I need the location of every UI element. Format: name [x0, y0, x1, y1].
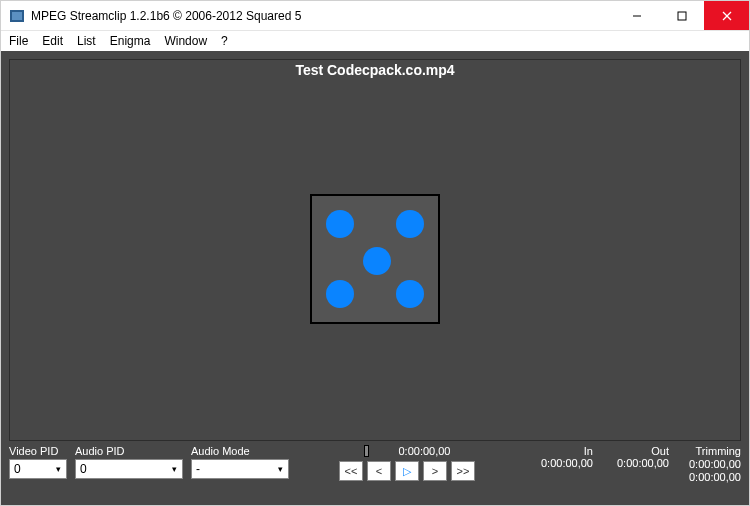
video-frame-thumbnail	[310, 194, 440, 324]
menu-help[interactable]: ?	[221, 34, 228, 48]
trimming-group: Trimming 0:00:00,00 0:00:00,00	[679, 445, 741, 484]
menu-edit[interactable]: Edit	[42, 34, 63, 48]
maximize-button[interactable]	[659, 1, 704, 30]
menu-window[interactable]: Window	[164, 34, 207, 48]
video-title: Test Codecpack.co.mp4	[295, 62, 454, 78]
dice-dot-icon	[396, 210, 424, 238]
menu-enigma[interactable]: Enigma	[110, 34, 151, 48]
minimize-button[interactable]	[614, 1, 659, 30]
current-timecode: 0:00:00,00	[399, 445, 451, 457]
menubar: File Edit List Enigma Window ?	[1, 31, 749, 51]
audio-mode-group: Audio Mode - ▾	[191, 445, 289, 479]
app-icon	[9, 8, 25, 24]
chevron-down-icon: ▾	[50, 464, 66, 474]
close-button[interactable]	[704, 1, 749, 30]
trimming-value2: 0:00:00,00	[689, 471, 741, 484]
audio-mode-select[interactable]: - ▾	[191, 459, 289, 479]
video-region: Test Codecpack.co.mp4	[9, 59, 741, 441]
dice-dot-icon	[396, 280, 424, 308]
transport: 0:00:00,00 << < ▷ > >>	[297, 445, 517, 481]
dice-dot-icon	[363, 247, 391, 275]
trimming-value1: 0:00:00,00	[689, 458, 741, 471]
timeline[interactable]: 0:00:00,00	[364, 445, 451, 457]
video-pid-group: Video PID 0 ▾	[9, 445, 67, 479]
menu-file[interactable]: File	[9, 34, 28, 48]
video-pid-value: 0	[14, 462, 21, 476]
video-canvas[interactable]	[10, 78, 740, 440]
playhead-thumb[interactable]	[364, 445, 369, 457]
in-value: 0:00:00,00	[541, 457, 593, 469]
go-first-button[interactable]: <<	[339, 461, 363, 481]
window-controls	[614, 1, 749, 30]
titlebar: MPEG Streamclip 1.2.1b6 © 2006-2012 Squa…	[1, 1, 749, 31]
dice-dot-icon	[326, 210, 354, 238]
svg-rect-1	[12, 12, 22, 20]
svg-rect-3	[678, 12, 686, 20]
chevron-down-icon: ▾	[272, 464, 288, 474]
bottom-controls: Video PID 0 ▾ Audio PID 0 ▾ Audio Mode -…	[9, 445, 741, 497]
audio-pid-group: Audio PID 0 ▾	[75, 445, 183, 479]
transport-buttons: << < ▷ > >>	[339, 461, 475, 481]
out-timecode-group: Out 0:00:00,00	[607, 445, 669, 469]
out-value: 0:00:00,00	[617, 457, 669, 469]
out-label: Out	[651, 445, 669, 457]
menu-list[interactable]: List	[77, 34, 96, 48]
window-title: MPEG Streamclip 1.2.1b6 © 2006-2012 Squa…	[31, 9, 614, 23]
audio-pid-label: Audio PID	[75, 445, 183, 457]
trimming-label: Trimming	[696, 445, 741, 458]
go-last-button[interactable]: >>	[451, 461, 475, 481]
step-forward-button[interactable]: >	[423, 461, 447, 481]
dice-dot-icon	[326, 280, 354, 308]
audio-mode-label: Audio Mode	[191, 445, 289, 457]
chevron-down-icon: ▾	[166, 464, 182, 474]
video-pid-select[interactable]: 0 ▾	[9, 459, 67, 479]
step-back-button[interactable]: <	[367, 461, 391, 481]
audio-pid-select[interactable]: 0 ▾	[75, 459, 183, 479]
in-timecode-group: In 0:00:00,00	[531, 445, 593, 469]
audio-pid-value: 0	[80, 462, 87, 476]
video-pid-label: Video PID	[9, 445, 67, 457]
audio-mode-value: -	[196, 462, 200, 476]
in-label: In	[584, 445, 593, 457]
play-button[interactable]: ▷	[395, 461, 419, 481]
main-area: Test Codecpack.co.mp4 Video PID 0 ▾ Audi…	[1, 51, 749, 505]
